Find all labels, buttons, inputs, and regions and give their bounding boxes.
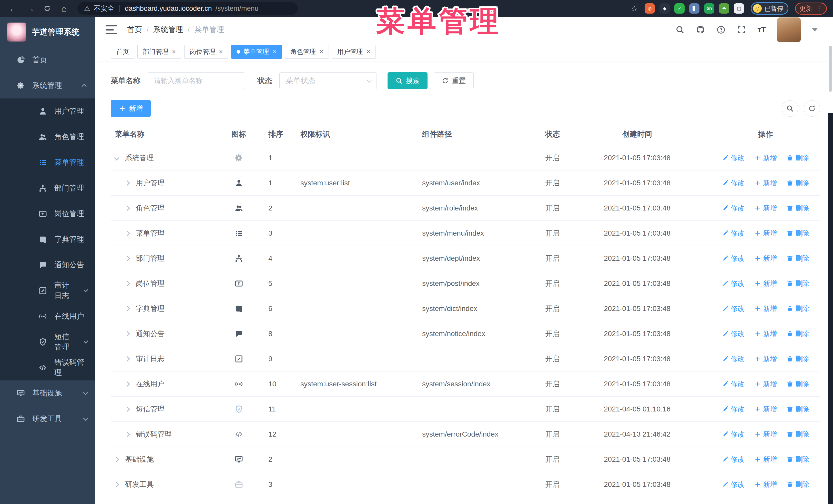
- add-child-link[interactable]: 新增: [754, 153, 777, 163]
- search-button[interactable]: 搜索: [387, 72, 428, 89]
- add-child-link[interactable]: 新增: [754, 379, 777, 389]
- edit-link[interactable]: 修改: [722, 153, 744, 163]
- search-icon[interactable]: [675, 25, 685, 34]
- sidebar-item[interactable]: 角色管理: [0, 124, 95, 150]
- edit-link[interactable]: 修改: [722, 354, 744, 363]
- expand-chevron-icon[interactable]: [114, 155, 119, 161]
- help-icon[interactable]: [716, 25, 725, 34]
- extension-icon[interactable]: ◎: [645, 3, 655, 14]
- font-size-icon[interactable]: тT: [757, 25, 766, 34]
- add-child-link[interactable]: 新增: [754, 455, 777, 464]
- sidebar-item[interactable]: 部门管理: [0, 175, 95, 201]
- expand-chevron-icon[interactable]: [125, 306, 130, 311]
- edit-link[interactable]: 修改: [722, 379, 744, 389]
- scrollbar-thumb[interactable]: [829, 46, 832, 92]
- refresh-table-button[interactable]: [804, 100, 820, 117]
- extension-icon[interactable]: ◆: [660, 3, 670, 14]
- expand-chevron-icon[interactable]: [125, 331, 130, 336]
- delete-link[interactable]: 删除: [787, 329, 809, 338]
- github-icon[interactable]: [696, 25, 705, 34]
- edit-link[interactable]: 修改: [722, 178, 744, 188]
- extension-icon[interactable]: on: [704, 3, 714, 14]
- extension-icon[interactable]: ▋: [689, 3, 699, 14]
- delete-link[interactable]: 删除: [787, 354, 809, 363]
- add-child-link[interactable]: 新增: [754, 254, 777, 263]
- add-child-link[interactable]: 新增: [754, 430, 777, 439]
- extension-icon[interactable]: ✓: [674, 3, 685, 14]
- browser-home-button[interactable]: ⌂: [57, 2, 71, 15]
- tag-tab[interactable]: 部门管理 ×: [137, 45, 181, 59]
- add-child-link[interactable]: 新增: [754, 405, 777, 414]
- expand-chevron-icon[interactable]: [125, 381, 130, 387]
- expand-chevron-icon[interactable]: [114, 457, 119, 462]
- tag-tab[interactable]: 用户管理 ×: [332, 45, 376, 59]
- tab-close-icon[interactable]: ×: [172, 48, 176, 56]
- expand-chevron-icon[interactable]: [125, 356, 130, 361]
- breadcrumb-home[interactable]: 首页: [127, 25, 142, 35]
- edit-link[interactable]: 修改: [722, 279, 744, 288]
- delete-link[interactable]: 删除: [787, 279, 809, 288]
- delete-link[interactable]: 删除: [787, 254, 809, 263]
- add-child-link[interactable]: 新增: [754, 279, 777, 288]
- sidebar-item[interactable]: 短信管理: [0, 329, 95, 355]
- add-child-link[interactable]: 新增: [754, 480, 777, 489]
- sidebar-item[interactable]: 错误码管理: [0, 355, 95, 380]
- delete-link[interactable]: 删除: [787, 455, 809, 464]
- sidebar-item[interactable]: 研发工具: [0, 406, 95, 432]
- add-child-link[interactable]: 新增: [754, 229, 777, 238]
- tag-tab[interactable]: 角色管理 ×: [285, 45, 329, 59]
- add-child-link[interactable]: 新增: [754, 354, 777, 363]
- edit-link[interactable]: 修改: [722, 329, 744, 338]
- extension-icon[interactable]: ☘: [719, 3, 729, 14]
- paused-extension-badge[interactable]: ☺ 已暂停: [751, 2, 788, 15]
- expand-chevron-icon[interactable]: [125, 407, 130, 412]
- sidebar-item[interactable]: 通知公告: [0, 252, 95, 278]
- sidebar-item[interactable]: 审计日志: [0, 278, 95, 304]
- add-child-link[interactable]: 新增: [754, 304, 777, 313]
- edit-link[interactable]: 修改: [722, 480, 744, 489]
- logo[interactable]: 芋道管理系统: [0, 17, 95, 47]
- delete-link[interactable]: 删除: [787, 379, 809, 389]
- toggle-search-button[interactable]: [782, 100, 798, 117]
- delete-link[interactable]: 删除: [787, 203, 809, 213]
- edit-link[interactable]: 修改: [722, 203, 744, 213]
- sidebar-item[interactable]: 首页: [0, 47, 95, 73]
- edit-link[interactable]: 修改: [722, 304, 744, 313]
- add-child-link[interactable]: 新增: [754, 178, 777, 188]
- bookmark-star-icon[interactable]: ☆: [630, 4, 638, 13]
- page-scrollbar[interactable]: [828, 34, 833, 504]
- tag-tab[interactable]: 首页: [111, 45, 134, 59]
- delete-link[interactable]: 删除: [787, 480, 809, 489]
- tag-tab[interactable]: 岗位管理 ×: [184, 45, 228, 59]
- tab-close-icon[interactable]: ×: [219, 48, 223, 56]
- sidebar-item[interactable]: 菜单管理: [0, 150, 95, 175]
- avatar-dropdown-caret-icon[interactable]: [812, 28, 818, 31]
- tab-close-icon[interactable]: ×: [319, 48, 324, 56]
- expand-chevron-icon[interactable]: [125, 206, 130, 211]
- tab-close-icon[interactable]: ×: [272, 48, 276, 56]
- edit-link[interactable]: 修改: [722, 455, 744, 464]
- expand-chevron-icon[interactable]: [114, 482, 119, 487]
- edit-link[interactable]: 修改: [722, 254, 744, 263]
- sidebar-item[interactable]: 系统管理: [0, 73, 95, 98]
- add-button[interactable]: 新增: [111, 100, 151, 117]
- sidebar-item[interactable]: 在线用户: [0, 304, 95, 329]
- edit-link[interactable]: 修改: [722, 405, 744, 414]
- hamburger-menu-icon[interactable]: [105, 25, 117, 34]
- edit-link[interactable]: 修改: [722, 430, 744, 439]
- delete-link[interactable]: 删除: [787, 304, 809, 313]
- tab-close-icon[interactable]: ×: [366, 48, 371, 56]
- status-select[interactable]: 菜单状态: [279, 72, 377, 89]
- address-bar[interactable]: ⚠ 不安全 dashboard.yudao.iocoder.cn/system/…: [77, 2, 298, 15]
- reset-button[interactable]: 重置: [434, 72, 474, 89]
- fullscreen-icon[interactable]: [737, 25, 746, 34]
- delete-link[interactable]: 删除: [787, 229, 809, 238]
- expand-chevron-icon[interactable]: [125, 256, 130, 261]
- add-child-link[interactable]: 新增: [754, 203, 777, 213]
- browser-update-button[interactable]: 更新 ⋮: [795, 3, 827, 15]
- delete-link[interactable]: 删除: [787, 178, 809, 188]
- sidebar-item[interactable]: 岗位管理: [0, 201, 95, 226]
- expand-chevron-icon[interactable]: [125, 231, 130, 236]
- extension-icon[interactable]: ◳: [734, 3, 744, 14]
- expand-chevron-icon[interactable]: [125, 432, 130, 437]
